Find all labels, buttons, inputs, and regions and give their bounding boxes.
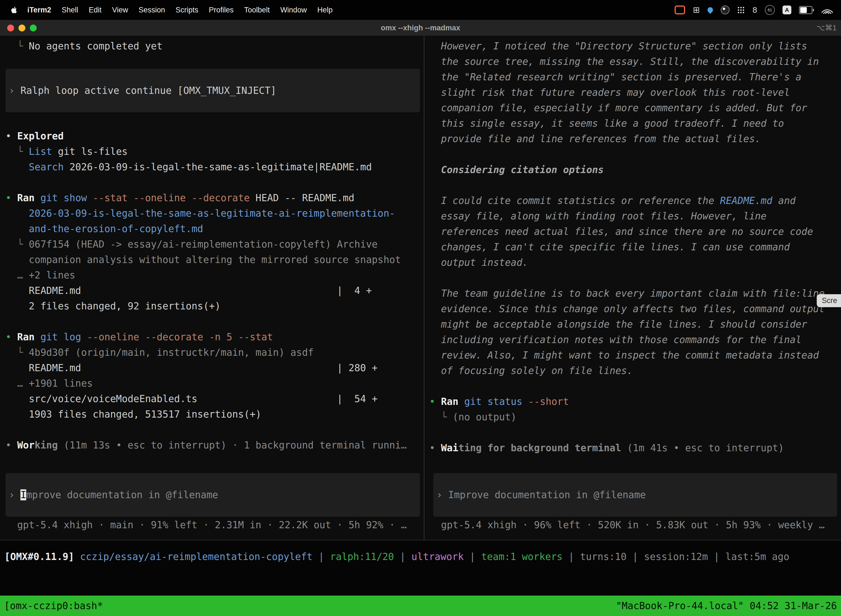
terminal-line: and-the-erosion-of-copyleft.md <box>6 221 424 236</box>
model-status-left: gpt-5.4 xhigh · main · 91% left · 2.31M … <box>6 517 424 532</box>
menu-item-toolbelt[interactable]: Toolbelt <box>239 6 275 14</box>
menu-item-shell[interactable]: Shell <box>57 6 84 14</box>
terminal-line: including verification notes with those … <box>429 332 841 348</box>
menu-item-iterm2[interactable]: iTerm2 <box>22 6 57 14</box>
terminal-line: [OMX#0.11.9] cczip/essay/ai-reimplementa… <box>4 549 841 565</box>
terminal-line: … +1901 lines <box>6 375 424 391</box>
model-status-right: gpt-5.4 xhigh · 96% left · 520K in · 5.8… <box>429 517 841 532</box>
prompt-chevron: › <box>9 489 15 500</box>
menu-item-view[interactable]: View <box>107 6 133 14</box>
terminal-line: review. Also, I might want to inspect th… <box>429 348 841 363</box>
menu-items: iTerm2ShellEditViewSessionScriptsProfile… <box>22 6 338 14</box>
terminal-line: └ 067f154 (HEAD -> essay/ai-reimplementa… <box>6 236 424 252</box>
terminal-line: provide file and line references from th… <box>429 131 841 147</box>
terminal-line: the "Related research writing" section i… <box>429 69 841 85</box>
pane-bottom-right: › Improve documentation in @filename gpt… <box>429 473 841 540</box>
terminal-line <box>429 378 841 394</box>
terminal-line <box>429 425 841 440</box>
terminal-line: • Explored <box>6 128 424 144</box>
terminal-line: • Ran git show --stat --oneline --decora… <box>6 190 424 205</box>
window-title-bar: omx --xhigh --madmax ⌥⌘1 <box>0 20 841 36</box>
terminal-line: of focusing solely on file lines. <box>429 363 841 378</box>
terminal-pane-left[interactable]: └ No agents completed yet › Ralph loop a… <box>0 36 424 540</box>
terminal-line: └ List git ls-files <box>6 144 424 159</box>
battery-percent-icon[interactable]: 61 <box>765 5 775 15</box>
terminal-line: • Ran git status --short <box>429 394 841 409</box>
screenshot-popup[interactable]: Scre <box>817 294 841 307</box>
terminal-line: However, I noticed the "Directory Struct… <box>429 38 841 54</box>
terminal-line: README.md | 280 + <box>6 360 424 375</box>
terminal-line: README.md | 4 + <box>6 283 424 298</box>
terminal-line: └ 4b9d30f (origin/main, instructkr/main,… <box>6 345 424 360</box>
disk-utility-icon[interactable] <box>721 6 730 14</box>
terminal-line: output instead. <box>429 255 841 270</box>
terminal-line: src/voice/voiceModeEnabled.ts | 54 + <box>6 391 424 406</box>
tmux-panes: └ No agents completed yet › Ralph loop a… <box>0 36 841 540</box>
agent-summary: └ No agents completed yet <box>6 38 424 54</box>
terminal-line: this single essay, it seems like a good … <box>429 116 841 131</box>
terminal-line <box>6 314 424 329</box>
terminal-line: references need actual files, and since … <box>429 224 841 239</box>
terminal-line: companion file, especially if more comme… <box>429 100 841 116</box>
terminal-line: slight risk that future readers may over… <box>429 85 841 100</box>
menu-item-scripts[interactable]: Scripts <box>170 6 204 14</box>
terminal-line: └ No agents completed yet <box>6 38 424 54</box>
terminal-line: changes, I can't cite specific file line… <box>429 239 841 255</box>
menu-bar: iTerm2ShellEditViewSessionScriptsProfile… <box>0 0 841 20</box>
terminal-line: • Working (11m 13s • esc to interrupt) ·… <box>6 437 424 453</box>
inject-message-box: › Ralph loop active continue [OMX_TMUX_I… <box>6 69 420 112</box>
terminal-line: evidence. Since this change only affects… <box>429 301 841 317</box>
terminal-pane-right[interactable]: However, I noticed the "Directory Struct… <box>424 36 841 540</box>
pane-bottom-left: › I mprove documentation in @filename gp… <box>6 473 424 540</box>
terminal-line: might be acceptable alongside the file l… <box>429 317 841 332</box>
terminal-line <box>429 177 841 193</box>
input-placeholder: Improve documentation in @filename <box>448 489 646 500</box>
water-drop-icon[interactable] <box>706 6 714 14</box>
terminal-line: … +2 lines <box>6 267 424 283</box>
terminal-line: • Waiting for background terminal (1m 41… <box>429 440 841 456</box>
terminal-line: 1903 files changed, 513517 insertions(+) <box>6 406 424 422</box>
agent-transcript-left: • Explored└ List git ls-filesSearch 2026… <box>6 128 424 453</box>
terminal-line: Search 2026-03-09-is-legal-the-same-as-l… <box>6 159 424 175</box>
terminal-line <box>6 422 424 437</box>
battery-icon[interactable] <box>799 6 814 14</box>
terminal-line <box>429 147 841 162</box>
menu-item-profiles[interactable]: Profiles <box>204 6 239 14</box>
menu-bar-status-icons: ⊞ 8 61 A <box>675 5 833 15</box>
close-button[interactable] <box>7 25 14 31</box>
window-grid-icon[interactable]: ⊞ <box>693 6 700 14</box>
screen-recording-icon[interactable] <box>675 6 685 14</box>
prompt-chevron: › <box>9 85 15 96</box>
omx-status-line: [OMX#0.11.9] cczip/essay/ai-reimplementa… <box>0 549 841 565</box>
terminal-line: companion analysis without altering the … <box>6 252 424 267</box>
inject-tag: [OMX_TMUX_INJECT] <box>177 85 276 96</box>
chat-input-right[interactable]: › Improve documentation in @filename <box>433 473 837 517</box>
window-controls <box>7 25 37 31</box>
terminal-line: 2 files changed, 92 insertions(+) <box>6 298 424 314</box>
menu-item-window[interactable]: Window <box>275 6 312 14</box>
menu-item-help[interactable]: Help <box>312 6 338 14</box>
zoom-button[interactable] <box>30 25 37 31</box>
inject-message: Ralph loop active continue <box>21 85 171 96</box>
terminal-line: • Ran git log --oneline --decorate -n 5 … <box>6 329 424 345</box>
tmux-status-bar: [omx-cczip0:bash* "MacBook-Pro-44.local"… <box>0 595 841 616</box>
terminal-line: Considering citation options <box>429 162 841 177</box>
text-cursor: I <box>21 489 26 500</box>
menu-item-edit[interactable]: Edit <box>84 6 107 14</box>
prompt-chevron: › <box>437 489 442 500</box>
wifi-icon[interactable] <box>822 6 833 14</box>
tmux-host-clock-label: "MacBook-Pro-44.local" 04:52 31-Mar-26 <box>616 600 837 611</box>
menu-item-session[interactable]: Session <box>133 6 170 14</box>
terminal-line: the source tree, missing the essay. Stil… <box>429 54 841 69</box>
figure-eight-icon[interactable]: 8 <box>752 6 757 14</box>
window-shortcut-hint: ⌥⌘1 <box>816 23 837 32</box>
input-placeholder: mprove documentation in @filename <box>26 489 218 500</box>
dots-grid-icon[interactable] <box>737 6 745 14</box>
input-source-icon[interactable]: A <box>782 6 791 14</box>
window-title: omx --xhigh --madmax <box>0 24 841 32</box>
minimize-button[interactable] <box>19 25 25 31</box>
terminal-line: └ (no output) <box>429 409 841 425</box>
chat-input-left[interactable]: › I mprove documentation in @filename <box>6 473 420 517</box>
terminal-line <box>429 270 841 286</box>
apple-logo-icon[interactable] <box>11 6 18 14</box>
